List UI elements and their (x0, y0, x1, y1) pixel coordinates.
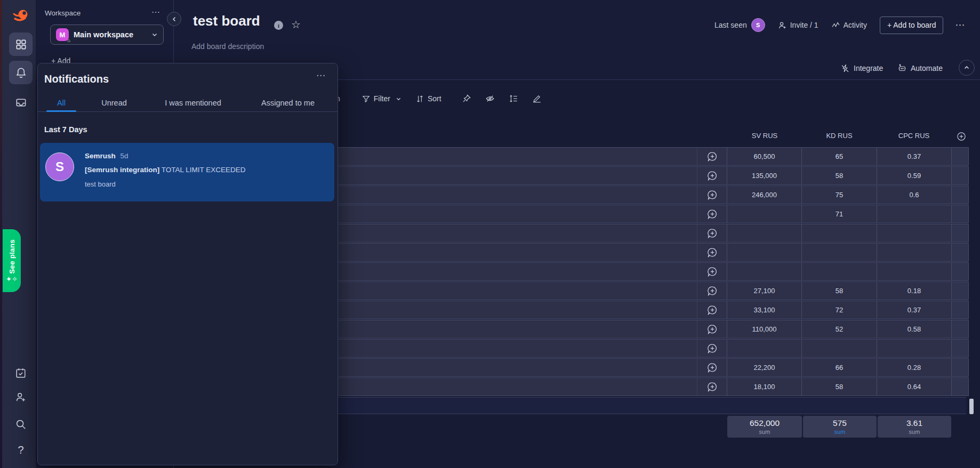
add-conversation-icon[interactable] (697, 378, 727, 396)
table-row[interactable]: 135,000580.59 (320, 166, 969, 185)
item-name-cell[interactable] (320, 167, 697, 184)
workspace-more-icon[interactable]: ⋯ (151, 7, 160, 17)
value-cell-cpc[interactable]: 0.28 (877, 359, 952, 376)
inbox-tray-icon[interactable] (9, 93, 33, 112)
value-cell-sv[interactable] (727, 263, 802, 280)
value-cell-cpc[interactable]: 0.58 (877, 320, 952, 338)
table-row[interactable]: 71 (320, 205, 969, 223)
tab-unread[interactable]: Unread (101, 99, 127, 107)
table-row[interactable]: 110,000520.58 (320, 320, 969, 338)
board-title[interactable]: test board (193, 13, 260, 29)
column-header-sv[interactable]: SV RUS (752, 132, 777, 140)
value-cell-kd[interactable] (802, 224, 877, 242)
value-cell-kd[interactable]: 65 (802, 148, 877, 165)
summary-sv[interactable]: 652,000 sum (727, 416, 802, 438)
value-cell-cpc[interactable] (877, 205, 952, 223)
notifications-more-icon[interactable]: ⋯ (316, 70, 326, 81)
tab-assigned-to-me[interactable]: Assigned to me (261, 99, 315, 107)
board-description-placeholder[interactable]: Add board description (191, 42, 264, 51)
apps-grid-icon[interactable] (9, 33, 33, 56)
value-cell-kd[interactable]: 58 (802, 378, 877, 396)
search-icon[interactable] (9, 415, 33, 434)
add-conversation-icon[interactable] (697, 224, 727, 242)
my-work-calendar-icon[interactable] (9, 364, 33, 383)
value-cell-sv[interactable]: 33,100 (727, 301, 802, 319)
value-cell-kd[interactable] (802, 244, 877, 261)
add-conversation-icon[interactable] (697, 244, 727, 261)
summary-cpc[interactable]: 3.61 sum (878, 416, 951, 438)
table-row[interactable] (320, 224, 969, 243)
integrate-button[interactable]: Integrate (840, 62, 883, 75)
item-name-cell[interactable] (320, 148, 697, 165)
item-name-cell[interactable] (320, 301, 697, 319)
collapse-sidebar-button[interactable] (167, 12, 181, 26)
value-cell-sv[interactable]: 246,000 (727, 186, 802, 204)
collapse-header-button[interactable] (959, 60, 975, 76)
invite-members-icon[interactable] (9, 388, 33, 407)
value-cell-cpc[interactable]: 0.18 (877, 282, 952, 300)
favorite-star-icon[interactable]: ☆ (291, 18, 301, 31)
notification-item[interactable]: S Semrush 5d [Semrush integration] TOTAL… (40, 143, 334, 201)
tab-all[interactable]: All (57, 99, 66, 107)
add-conversation-icon[interactable] (697, 340, 727, 357)
value-cell-sv[interactable] (727, 224, 802, 242)
add-item-row[interactable] (320, 397, 966, 414)
add-conversation-icon[interactable] (697, 263, 727, 280)
vertical-scrollbar-thumb[interactable] (969, 399, 974, 414)
member-avatar[interactable]: S (751, 18, 765, 32)
automate-button[interactable]: Automate (897, 62, 943, 75)
table-row[interactable] (320, 243, 969, 262)
add-conversation-icon[interactable] (697, 359, 727, 376)
sort-button[interactable]: Sort (415, 94, 441, 103)
add-conversation-icon[interactable] (697, 205, 727, 223)
value-cell-kd[interactable] (802, 340, 877, 357)
value-cell-sv[interactable]: 22,200 (727, 359, 802, 376)
value-cell-sv[interactable]: 60,500 (727, 148, 802, 165)
value-cell-kd[interactable]: 71 (802, 205, 877, 223)
value-cell-sv[interactable] (727, 244, 802, 261)
table-row[interactable]: 22,200660.28 (320, 358, 969, 377)
item-name-cell[interactable] (320, 263, 697, 280)
value-cell-kd[interactable] (802, 263, 877, 280)
item-name-cell[interactable] (320, 186, 697, 204)
table-row[interactable]: 18,100580.64 (320, 377, 969, 396)
value-cell-sv[interactable]: 110,000 (727, 320, 802, 338)
table-row[interactable] (320, 339, 969, 358)
semrush-logo-icon[interactable] (9, 7, 33, 26)
notifications-bell-icon[interactable] (9, 61, 33, 84)
tab-i-was-mentioned[interactable]: I was mentioned (165, 99, 221, 107)
customize-button[interactable] (532, 94, 542, 103)
item-name-cell[interactable] (320, 320, 697, 338)
activity-button[interactable]: Activity (831, 21, 867, 30)
add-conversation-icon[interactable] (697, 301, 727, 319)
value-cell-cpc[interactable] (877, 224, 952, 242)
value-cell-cpc[interactable]: 0.6 (877, 186, 952, 204)
value-cell-kd[interactable]: 58 (802, 167, 877, 184)
value-cell-kd[interactable]: 52 (802, 320, 877, 338)
table-row[interactable]: 27,100580.18 (320, 281, 969, 300)
item-name-cell[interactable] (320, 378, 697, 396)
board-more-icon[interactable]: ⋯ (955, 19, 965, 31)
item-name-cell[interactable] (320, 340, 697, 357)
hide-columns-button[interactable] (485, 94, 495, 103)
column-header-cpc[interactable]: CPC RUS (898, 132, 930, 140)
workspace-selector[interactable]: M ⌂ Main workspace (50, 25, 164, 45)
table-row[interactable]: 33,100720.37 (320, 301, 969, 319)
add-conversation-icon[interactable] (697, 282, 727, 300)
invite-button[interactable]: Invite / 1 (778, 21, 818, 30)
value-cell-cpc[interactable] (877, 244, 952, 261)
table-row[interactable]: 60,500650.37 (320, 147, 969, 166)
item-name-cell[interactable] (320, 224, 697, 242)
see-plans-badge[interactable]: See plans ✦✧ (3, 229, 21, 292)
summary-kd[interactable]: 575 sum (803, 416, 877, 438)
value-cell-kd[interactable]: 58 (802, 282, 877, 300)
value-cell-kd[interactable]: 66 (802, 359, 877, 376)
value-cell-sv[interactable] (727, 205, 802, 223)
add-to-board-button[interactable]: + Add to board (880, 17, 943, 34)
value-cell-cpc[interactable]: 0.59 (877, 167, 952, 184)
value-cell-cpc[interactable] (877, 263, 952, 280)
add-conversation-icon[interactable] (697, 148, 727, 165)
table-row[interactable]: 246,000750.6 (320, 185, 969, 204)
value-cell-sv[interactable]: 27,100 (727, 282, 802, 300)
column-header-kd[interactable]: KD RUS (826, 132, 852, 140)
